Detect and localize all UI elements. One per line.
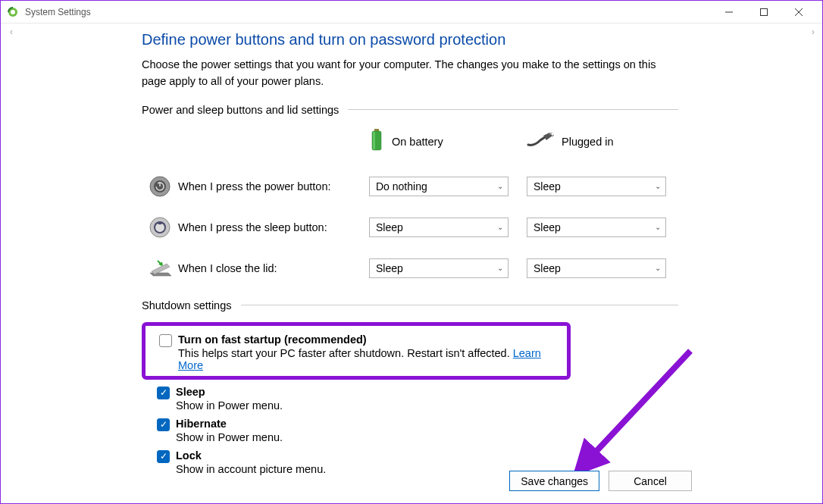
option-hibernate: Hibernate Show in Power menu.: [142, 413, 683, 445]
checkbox-hibernate[interactable]: [157, 418, 170, 431]
select-power-battery-value: Do nothing: [376, 180, 427, 193]
select-lid-battery[interactable]: Sleep ⌄: [369, 258, 509, 278]
power-button-icon: [142, 175, 178, 198]
chevron-down-icon: ⌄: [655, 182, 661, 190]
sleep-button-icon: [142, 216, 178, 239]
page-heading: Define power buttons and turn on passwor…: [142, 31, 683, 49]
fast-startup-sub: This helps start your PC faster after sh…: [178, 347, 565, 371]
svg-rect-9: [373, 132, 375, 149]
column-plugged-in: Plugged in: [527, 133, 675, 150]
row-lid-label: When I close the lid:: [178, 262, 369, 274]
col-plugged-label: Plugged in: [562, 136, 614, 148]
row-power-button: When I press the power button: Do nothin…: [142, 166, 678, 207]
checkbox-lock[interactable]: [157, 450, 170, 463]
select-power-plugged-value: Sleep: [534, 180, 561, 193]
page-description: Choose the power settings that you want …: [142, 56, 657, 90]
close-button[interactable]: [781, 2, 816, 23]
minimize-button[interactable]: [712, 2, 746, 23]
select-sleep-plugged-value: Sleep: [534, 221, 561, 233]
hibernate-title: Hibernate: [176, 418, 283, 430]
checkbox-fast-startup[interactable]: [159, 334, 172, 347]
maximize-button[interactable]: [746, 2, 781, 23]
select-sleep-battery-value: Sleep: [376, 221, 403, 233]
window-title: System Settings: [25, 7, 91, 17]
row-sleep-label: When I press the sleep button:: [178, 221, 369, 233]
section-shutdown-header: Shutdown settings: [142, 299, 678, 311]
svg-line-10: [549, 133, 553, 134]
chevron-down-icon: ⌄: [655, 223, 661, 231]
select-lid-plugged[interactable]: Sleep ⌄: [527, 258, 666, 278]
option-sleep: Sleep Show in Power menu.: [142, 381, 683, 413]
row-sleep-button: When I press the sleep button: Sleep ⌄ S…: [142, 207, 678, 248]
fast-startup-title: Turn on fast startup (recommended): [178, 333, 565, 346]
option-fast-startup: Turn on fast startup (recommended) This …: [147, 329, 565, 373]
fast-startup-sub-text: This helps start your PC faster after sh…: [178, 347, 510, 359]
select-sleep-plugged[interactable]: Sleep ⌄: [527, 218, 666, 237]
select-lid-battery-value: Sleep: [376, 262, 403, 274]
chevron-down-icon: ⌄: [497, 223, 503, 231]
plug-icon: [527, 133, 554, 150]
save-changes-button[interactable]: Save changes: [509, 471, 599, 491]
titlebar: System Settings: [1, 1, 822, 23]
row-power-label: When I press the power button:: [178, 180, 369, 193]
col-battery-label: On battery: [392, 136, 443, 148]
select-sleep-battery[interactable]: Sleep ⌄: [369, 218, 509, 237]
lid-icon: [142, 258, 178, 279]
chevron-down-icon: ⌄: [655, 264, 661, 272]
select-lid-plugged-value: Sleep: [534, 262, 561, 274]
chevron-down-icon: ⌄: [497, 182, 503, 190]
select-power-battery[interactable]: Do nothing ⌄: [369, 177, 509, 196]
highlight-annotation: Turn on fast startup (recommended) This …: [142, 322, 571, 380]
lock-sub: Show in account picture menu.: [176, 463, 326, 475]
lock-title: Lock: [176, 449, 326, 462]
back-chevron[interactable]: ‹: [5, 27, 17, 37]
sleep-title: Sleep: [176, 386, 283, 398]
section-shutdown-label: Shutdown settings: [142, 299, 241, 311]
app-icon: [7, 6, 19, 18]
svg-rect-6: [374, 129, 379, 131]
forward-chevron[interactable]: ›: [807, 27, 819, 37]
hibernate-sub: Show in Power menu.: [176, 431, 283, 443]
column-on-battery: On battery: [369, 129, 518, 154]
select-power-plugged[interactable]: Sleep ⌄: [527, 177, 666, 196]
chevron-down-icon: ⌄: [497, 264, 503, 272]
sleep-sub: Show in Power menu.: [176, 399, 283, 412]
row-lid: When I close the lid: Sleep ⌄ Sleep ⌄: [142, 248, 678, 289]
battery-icon: [369, 129, 384, 154]
section-power-label: Power and sleep buttons and lid settings: [142, 104, 348, 116]
svg-rect-3: [761, 8, 768, 15]
section-power-header: Power and sleep buttons and lid settings: [142, 104, 678, 116]
svg-point-1: [11, 10, 15, 14]
checkbox-sleep[interactable]: [157, 387, 170, 399]
cancel-button[interactable]: Cancel: [609, 471, 692, 491]
